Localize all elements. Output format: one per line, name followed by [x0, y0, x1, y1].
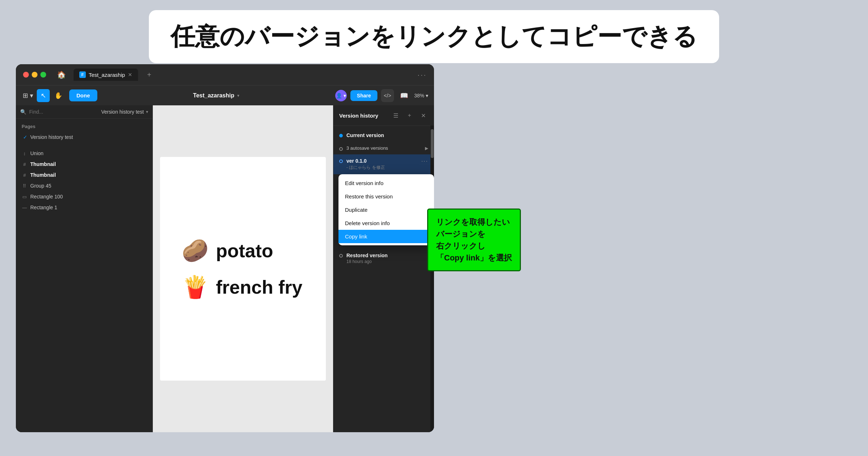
- tab-figma-icon: F: [79, 71, 86, 78]
- callout-box: リンクを取得したい バージョンを 右クリックし 「Copy link」を選択: [427, 209, 521, 271]
- rectangle-icon-1: ▭: [22, 194, 27, 200]
- context-menu: Edit version info Restore this version D…: [338, 174, 434, 245]
- window-more-icon[interactable]: ···: [417, 71, 427, 79]
- project-chevron-icon[interactable]: ▾: [237, 93, 239, 98]
- layer-name-rectangle1: Rectangle 1: [30, 205, 57, 210]
- project-name: Test_azaraship: [193, 92, 234, 99]
- sidebar-search-bar: 🔍 Version history test ▾: [16, 105, 152, 119]
- menu-tool-button[interactable]: ⊞ ▾: [22, 89, 35, 102]
- frame-icon-1: #: [22, 161, 27, 167]
- version-dot-autosave: [339, 147, 343, 151]
- page-name: Version history test: [30, 134, 73, 140]
- code-button[interactable]: </>: [381, 89, 394, 102]
- traffic-lights: [23, 72, 46, 78]
- layer-item-rectangle100[interactable]: ▭ Rectangle 100: [16, 191, 152, 202]
- potato-text: potato: [216, 240, 273, 262]
- canvas-item-frenchfry: 🍟 french fry: [182, 274, 302, 300]
- share-button[interactable]: Share: [350, 90, 377, 101]
- minimize-button[interactable]: [32, 72, 37, 78]
- frenchfry-emoji: 🍟: [182, 274, 209, 300]
- version-sub-v010: - ほにゃらら を修正: [346, 165, 418, 171]
- context-menu-edit[interactable]: Edit version info: [338, 176, 434, 190]
- home-icon[interactable]: 🏠: [55, 68, 68, 81]
- close-button[interactable]: [23, 72, 29, 78]
- version-item-autosave[interactable]: 3 autosave versions ▶: [333, 142, 434, 154]
- title-banner: 任意のバージョンをリンクとしてコピーできる: [149, 10, 719, 63]
- toolbar-right: 👤 ▾ Share </> 📖 38% ▾: [335, 89, 428, 102]
- zoom-chevron-icon: ▾: [426, 93, 428, 98]
- zoom-level: 38%: [414, 93, 424, 98]
- page-item-version-history-test[interactable]: ✓ Version history test: [22, 132, 147, 142]
- new-tab-button[interactable]: +: [144, 69, 155, 80]
- layer-name-thumbnail-2: Thumbnail: [30, 172, 56, 178]
- hand-tool-button[interactable]: ✋: [52, 89, 65, 102]
- context-menu-copy-link[interactable]: Copy link: [338, 230, 434, 243]
- toolbar: ⊞ ▾ ↖ ✋ Done Test_azaraship ▾ 👤 ▾ Share …: [16, 85, 434, 105]
- page-check-icon: ✓: [23, 134, 27, 140]
- callout-line1: リンクを取得したい: [436, 216, 512, 228]
- main-content: 🔍 Version history test ▾ Pages ✓ Version…: [16, 105, 434, 432]
- version-name-v010: ver 0.1.0: [346, 158, 418, 164]
- version-info-current: Current version: [346, 132, 428, 138]
- app-window: 🏠 F Test_azaraship ✕ + ··· ⊞ ▾ ↖ ✋ Done …: [16, 64, 434, 432]
- right-panel: Version history ☰ + ✕ Current version 3 …: [333, 105, 434, 432]
- layer-item-group45[interactable]: ⠿ Group 45: [16, 180, 152, 191]
- tab-close-icon[interactable]: ✕: [128, 72, 132, 78]
- layer-item-thumbnail-1[interactable]: # Thumbnail: [16, 159, 152, 170]
- version-dot-current: [339, 134, 343, 137]
- breadcrumb: Version history test ▾: [101, 109, 148, 115]
- version-item-current[interactable]: Current version: [333, 129, 434, 142]
- title-text: 任意のバージョンをリンクとしてコピーできる: [170, 20, 698, 53]
- context-menu-delete[interactable]: Delete version info: [338, 216, 434, 230]
- close-panel-icon[interactable]: ✕: [418, 110, 428, 120]
- autosave-chevron-icon: ▶: [425, 146, 428, 151]
- add-version-icon[interactable]: +: [404, 110, 415, 120]
- user-avatar[interactable]: 👤 ▾: [335, 90, 347, 101]
- pages-label: Pages: [22, 124, 147, 129]
- layer-name-rectangle100: Rectangle 100: [30, 194, 63, 200]
- canvas-frame: 🥔 potato 🍟 french fry: [160, 157, 326, 381]
- version-list: Current version 3 autosave versions ▶ ve…: [333, 126, 434, 432]
- rectangle-icon-2: —: [22, 205, 27, 210]
- version-info-v010: ver 0.1.0 - ほにゃらら を修正: [346, 158, 418, 171]
- context-menu-restore[interactable]: Restore this version: [338, 190, 434, 203]
- panel-scrollbar[interactable]: [430, 126, 434, 432]
- done-button[interactable]: Done: [69, 89, 97, 101]
- layer-name-group45: Group 45: [30, 183, 51, 189]
- version-sub-restored: 18 hours ago: [346, 259, 428, 264]
- zoom-control[interactable]: 38% ▾: [414, 93, 428, 98]
- canvas-item-potato: 🥔 potato: [182, 238, 273, 263]
- layer-item-union[interactable]: ↕ Union: [16, 148, 152, 159]
- canvas-area: 🥔 potato 🍟 french fry: [153, 105, 333, 432]
- callout-line3: 右クリックし: [436, 240, 512, 252]
- layer-name-thumbnail-1: Thumbnail: [30, 161, 56, 167]
- tab-test-azaraship[interactable]: F Test_azaraship ✕: [74, 69, 138, 81]
- version-item-v010[interactable]: ver 0.1.0 - ほにゃらら を修正 ···: [333, 154, 434, 174]
- book-icon[interactable]: 📖: [398, 89, 411, 102]
- version-history-header: Version history ☰ + ✕: [333, 105, 434, 126]
- layer-item-thumbnail-2[interactable]: # Thumbnail: [16, 170, 152, 180]
- tab-label: Test_azaraship: [89, 72, 125, 78]
- toolbar-center: Test_azaraship ▾: [102, 92, 331, 99]
- filter-icon[interactable]: ☰: [391, 110, 401, 120]
- union-icon: ↕: [22, 150, 27, 156]
- maximize-button[interactable]: [40, 72, 46, 78]
- callout-line2: バージョンを: [436, 228, 512, 240]
- layer-name-union: Union: [30, 150, 44, 156]
- frame-icon-2: #: [22, 172, 27, 178]
- breadcrumb-chevron-icon: ▾: [146, 109, 148, 114]
- version-more-icon[interactable]: ···: [421, 158, 428, 165]
- title-bar: 🏠 F Test_azaraship ✕ + ···: [16, 64, 434, 85]
- layer-item-rectangle1[interactable]: — Rectangle 1: [16, 202, 152, 213]
- pages-section: Pages ✓ Version history test: [16, 119, 152, 145]
- search-input[interactable]: [29, 109, 98, 115]
- layers-list: ↕ Union # Thumbnail # Thumbnail ⠿ Group …: [16, 145, 152, 432]
- context-menu-duplicate[interactable]: Duplicate: [338, 203, 434, 216]
- panel-title: Version history: [339, 113, 387, 119]
- select-tool-button[interactable]: ↖: [37, 89, 50, 102]
- version-dot-restored: [339, 254, 343, 258]
- version-name-current: Current version: [346, 132, 428, 138]
- breadcrumb-label: Version history test: [101, 109, 144, 115]
- group-icon: ⠿: [22, 183, 27, 189]
- version-item-restored[interactable]: Restored version 18 hours ago: [333, 249, 434, 268]
